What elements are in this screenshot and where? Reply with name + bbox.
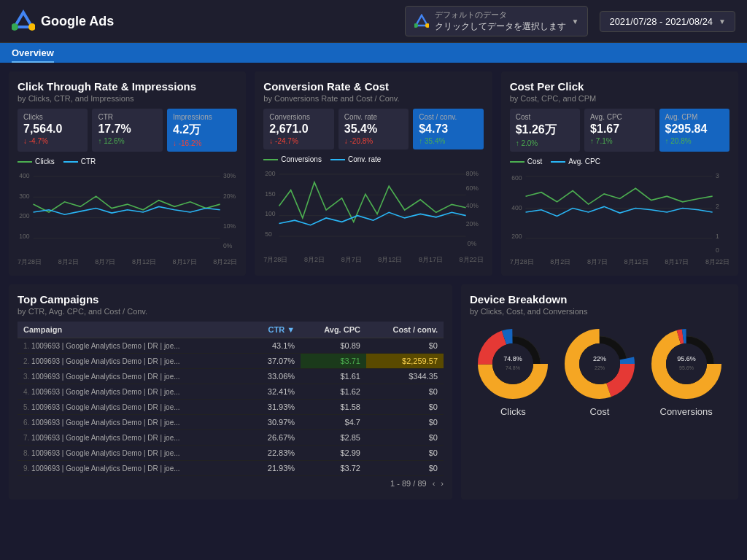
date-range-text: 2021/07/28 - 2021/08/24 <box>609 16 713 27</box>
svg-text:3: 3 <box>716 172 719 179</box>
avg-cpc-legend: Avg. CPC <box>551 158 600 166</box>
campaign-rows: 1. 1009693 | Google Analytics Demo | DR … <box>18 338 444 476</box>
cost-conv-value: $4.73 <box>419 122 477 136</box>
campaign-row-name: 6. 1009693 | Google Analytics Demo | DR … <box>18 415 247 430</box>
pagination-next[interactable]: › <box>441 479 444 488</box>
cost-conv-metric: Cost / conv. $4.73 ↑ 35.4% <box>413 109 483 149</box>
avg-cpc-legend-dot <box>551 161 565 163</box>
date-range-selector[interactable]: 2021/07/28 - 2021/08/24 ▼ <box>600 11 735 32</box>
svg-text:100: 100 <box>19 233 30 240</box>
impressions-label: Impressions <box>173 113 231 121</box>
conversions-metric: Conversions 2,671.0 ↓ -24.7% <box>263 109 333 149</box>
cost-legend-label: Cost <box>527 158 543 166</box>
conversion-metrics: Conversions 2,671.0 ↓ -24.7% Conv. rate … <box>263 109 483 149</box>
campaign-row-name: 3. 1009693 | Google Analytics Demo | DR … <box>18 369 247 384</box>
campaign-conv: $0 <box>366 415 444 430</box>
cost-conv-change: ↑ 35.4% <box>419 137 477 145</box>
table-row[interactable]: 2. 1009693 | Google Analytics Demo | DR … <box>18 354 444 369</box>
conv-rate-value: 35.4% <box>344 122 403 136</box>
campaign-conv: $0 <box>366 384 444 400</box>
cost-change: ↑ 2.0% <box>516 139 574 147</box>
campaigns-title: Top Campaigns <box>18 293 444 306</box>
header: Google Ads デフォルトのデータ クリックしてデータを選択します ▼ 2… <box>0 0 747 43</box>
conv-rate-legend-dot <box>330 159 345 160</box>
svg-marker-3 <box>416 15 427 26</box>
donuts-row: 74.8% 74.8% Clicks 22% <box>470 322 729 417</box>
ctr-impressions-title: Click Through Rate & Impressions <box>18 80 237 93</box>
pagination-prev[interactable]: ‹ <box>433 479 436 488</box>
table-row[interactable]: 1. 1009693 | Google Analytics Demo | DR … <box>18 338 444 354</box>
table-row[interactable]: 5. 1009693 | Google Analytics Demo | DR … <box>18 400 444 415</box>
ctr-change: ↑ 12.6% <box>98 137 156 145</box>
campaign-cpc: $3.72 <box>301 461 366 476</box>
device-breakdown-panel: Device Breakdown by Clicks, Cost, and Co… <box>461 284 738 499</box>
cost-per-click-subtitle: by Cost, CPC, and CPM <box>510 94 729 103</box>
avg-cpc-col-header[interactable]: Avg. CPC <box>301 322 366 338</box>
ctr-impressions-panel: Click Through Rate & Impressions by Clic… <box>9 71 246 276</box>
device-subtitle: by Clicks, Cost, and Conversions <box>470 307 729 316</box>
clicks-legend: Clicks <box>18 158 55 166</box>
svg-text:50: 50 <box>265 230 272 238</box>
impressions-metric: Impressions 4.2万 ↓ -16.2% <box>167 109 237 152</box>
svg-text:200: 200 <box>511 233 522 240</box>
cost-per-click-title: Cost Per Click <box>510 80 729 93</box>
ctr-legend-label: CTR <box>81 158 96 166</box>
campaign-cpc: $2.85 <box>301 430 366 446</box>
ctr-impressions-subtitle: by Clicks, CTR, and Impressions <box>18 94 237 103</box>
clicks-value: 7,564.0 <box>23 122 82 136</box>
campaigns-table: Campaign CTR ▼ Avg. CPC Cost / conv. 1. … <box>18 322 444 476</box>
data-selector[interactable]: デフォルトのデータ クリックしてデータを選択します ▼ <box>405 6 589 36</box>
ctr-col-header[interactable]: CTR ▼ <box>247 322 301 338</box>
campaign-ctr: 32.41% <box>247 384 301 400</box>
conversions-change: ↓ -24.7% <box>269 137 328 145</box>
svg-text:22%: 22% <box>593 355 606 362</box>
pagination-text: 1 - 89 / 89 <box>390 479 427 488</box>
campaigns-table-header: Campaign CTR ▼ Avg. CPC Cost / conv. <box>18 322 444 338</box>
campaign-conv: $344.35 <box>366 369 444 384</box>
svg-text:95.6%: 95.6% <box>679 365 694 370</box>
table-row[interactable]: 3. 1009693 | Google Analytics Demo | DR … <box>18 369 444 384</box>
chevron-down-icon: ▼ <box>572 18 579 26</box>
table-row[interactable]: 7. 1009693 | Google Analytics Demo | DR … <box>18 430 444 446</box>
avg-cpc-legend-label: Avg. CPC <box>568 158 600 166</box>
avg-cpc-value: $1.67 <box>590 122 649 136</box>
campaign-conv: $0 <box>366 446 444 461</box>
svg-text:60%: 60% <box>466 184 479 192</box>
cost-legend-dot <box>510 161 525 163</box>
device-title: Device Breakdown <box>470 293 729 306</box>
avg-cpc-metric: Avg. CPC $1.67 ↑ 7.1% <box>584 109 654 152</box>
table-row[interactable]: 8. 1009693 | Google Analytics Demo | DR … <box>18 446 444 461</box>
ctr-x-labels: 7月28日 8月2日 8月7日 8月12日 8月17日 8月22日 <box>18 257 237 267</box>
cost-conv-col-header[interactable]: Cost / conv. <box>366 322 444 338</box>
top-panels-row: Click Through Rate & Impressions by Clic… <box>9 71 738 276</box>
cost-donut-chart: 22% 22% <box>563 327 636 400</box>
campaign-row-name: 9. 1009693 | Google Analytics Demo | DR … <box>18 461 247 476</box>
campaign-cpc: $1.62 <box>301 384 366 400</box>
cost-chart-legend: Cost Avg. CPC <box>510 158 729 166</box>
svg-text:0: 0 <box>716 246 719 253</box>
ctr-chart: 400 300 200 100 30% 20% 10% 0% <box>18 168 237 256</box>
svg-text:300: 300 <box>19 192 30 200</box>
svg-text:80%: 80% <box>466 170 479 177</box>
campaign-cpc: $1.61 <box>301 369 366 384</box>
campaign-cpc: $3.71 <box>301 354 366 369</box>
table-row[interactable]: 9. 1009693 | Google Analytics Demo | DR … <box>18 461 444 476</box>
svg-text:40%: 40% <box>466 202 479 209</box>
svg-text:200: 200 <box>265 170 276 177</box>
data-selector-title: デフォルトのデータ <box>435 9 566 20</box>
table-row[interactable]: 6. 1009693 | Google Analytics Demo | DR … <box>18 415 444 430</box>
svg-text:20%: 20% <box>223 192 236 200</box>
ctr-legend: CTR <box>63 158 96 166</box>
campaign-conv: $0 <box>366 338 444 354</box>
nav-overview-tab[interactable]: Overview <box>12 47 54 63</box>
campaign-cpc: $4.7 <box>301 415 366 430</box>
conversions-donut-chart: 95.6% 95.6% <box>650 327 723 400</box>
bottom-panels-row: Top Campaigns by CTR, Avg. CPC, and Cost… <box>9 284 738 499</box>
table-row[interactable]: 4. 1009693 | Google Analytics Demo | DR … <box>18 384 444 400</box>
conversions-legend-label: Conversions <box>281 155 322 163</box>
pagination: 1 - 89 / 89 ‹ › <box>18 476 444 491</box>
campaign-row-name: 8. 1009693 | Google Analytics Demo | DR … <box>18 446 247 461</box>
clicks-label: Clicks <box>23 113 82 121</box>
campaign-ctr: 31.93% <box>247 400 301 415</box>
ctr-metric: CTR 17.7% ↑ 12.6% <box>92 109 162 152</box>
